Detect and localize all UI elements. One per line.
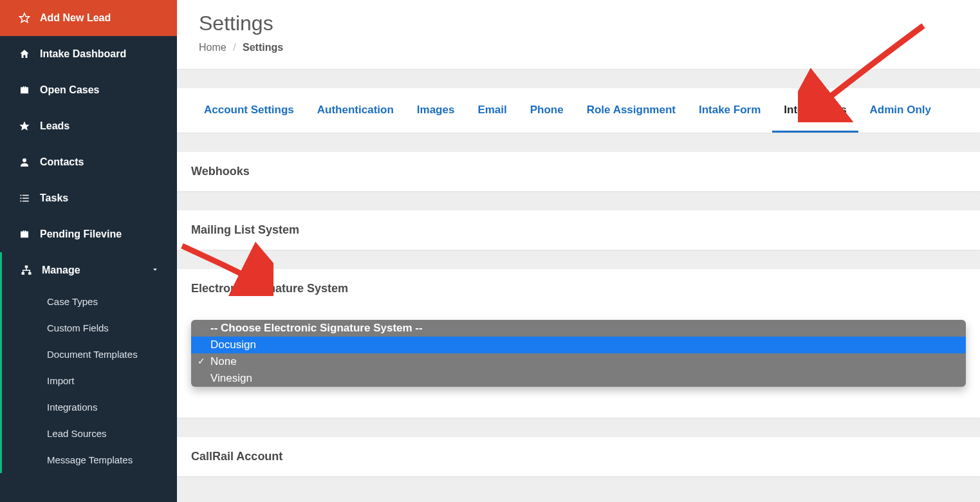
- sidebar-item-label: Contacts: [40, 156, 84, 168]
- sidebar-item-intake-dashboard[interactable]: Intake Dashboard: [0, 36, 177, 72]
- sidebar-sub-import[interactable]: Import: [20, 367, 177, 394]
- esig-title: Electronic Signature System: [191, 282, 966, 295]
- sidebar-item-label: Intake Dashboard: [40, 48, 126, 60]
- sidebar: Add New Lead Intake Dashboard Open Cases…: [0, 0, 177, 502]
- sidebar-sub-case-types[interactable]: Case Types: [20, 288, 177, 315]
- sidebar-item-label: Manage: [42, 265, 80, 276]
- home-icon: [18, 48, 31, 60]
- tab-account-settings[interactable]: Account Settings: [192, 88, 306, 133]
- main-content: Settings Home / Settings Account Setting…: [177, 0, 980, 502]
- sidebar-sub-custom-fields[interactable]: Custom Fields: [20, 315, 177, 341]
- settings-tabs: Account Settings Authentication Images E…: [177, 88, 980, 133]
- svg-rect-10: [22, 272, 25, 275]
- briefcase-icon: [18, 228, 31, 241]
- briefcase-icon: [18, 84, 31, 97]
- esig-option-none[interactable]: ✓ None: [191, 353, 966, 370]
- breadcrumb-current: Settings: [243, 42, 283, 53]
- tab-intake-form[interactable]: Intake Form: [687, 88, 772, 133]
- sidebar-item-pending-filevine[interactable]: Pending Filevine: [0, 216, 177, 252]
- svg-rect-11: [28, 272, 32, 275]
- sidebar-item-open-cases[interactable]: Open Cases: [0, 72, 177, 108]
- tab-admin-only[interactable]: Admin Only: [858, 88, 943, 133]
- sidebar-manage-submenu: Case Types Custom Fields Document Templa…: [0, 288, 177, 473]
- sidebar-sub-message-templates[interactable]: Message Templates: [20, 447, 177, 473]
- sidebar-item-label: Pending Filevine: [40, 228, 122, 240]
- sidebar-sub-integrations[interactable]: Integrations: [20, 394, 177, 420]
- user-icon: [18, 156, 31, 169]
- sidebar-primary-label: Add New Lead: [40, 12, 111, 24]
- svg-rect-7: [20, 201, 21, 202]
- mailing-panel[interactable]: Mailing List System: [177, 210, 980, 250]
- list-icon: [18, 192, 31, 205]
- breadcrumb: Home / Settings: [199, 42, 958, 53]
- add-new-lead-button[interactable]: Add New Lead: [0, 0, 177, 36]
- sitemap-icon: [20, 264, 33, 277]
- sidebar-item-tasks[interactable]: Tasks: [0, 180, 177, 216]
- page-title: Settings: [199, 12, 958, 35]
- svg-rect-8: [23, 201, 29, 202]
- sidebar-sub-document-templates[interactable]: Document Templates: [20, 341, 177, 367]
- esig-dropdown[interactable]: -- Choose Electronic Signature System --…: [191, 320, 966, 387]
- sidebar-item-manage[interactable]: Manage: [0, 252, 177, 288]
- tab-images[interactable]: Images: [405, 88, 467, 133]
- svg-point-2: [23, 158, 26, 162]
- tab-phone[interactable]: Phone: [519, 88, 575, 133]
- sidebar-item-label: Tasks: [40, 192, 68, 204]
- sidebar-item-label: Open Cases: [40, 84, 99, 96]
- esig-option-vinesign[interactable]: Vinesign: [191, 370, 966, 387]
- sidebar-sub-lead-sources[interactable]: Lead Sources: [20, 420, 177, 447]
- sidebar-item-label: Leads: [40, 120, 69, 132]
- tab-integrations[interactable]: Integrations: [772, 88, 858, 133]
- svg-rect-5: [20, 198, 21, 199]
- svg-rect-6: [23, 198, 29, 199]
- webhooks-panel[interactable]: Webhooks: [177, 152, 980, 191]
- sidebar-item-contacts[interactable]: Contacts: [0, 144, 177, 180]
- tab-email[interactable]: Email: [466, 88, 518, 133]
- mailing-title: Mailing List System: [191, 223, 966, 237]
- svg-rect-3: [20, 195, 21, 196]
- svg-marker-0: [20, 14, 30, 23]
- esig-dropdown-placeholder[interactable]: -- Choose Electronic Signature System --: [191, 320, 966, 337]
- callrail-panel[interactable]: CallRail Account: [177, 437, 980, 476]
- breadcrumb-home[interactable]: Home: [199, 42, 227, 53]
- callrail-title: CallRail Account: [191, 450, 966, 463]
- svg-rect-9: [25, 266, 28, 268]
- esig-panel: Electronic Signature System -- Choose El…: [177, 269, 980, 418]
- star-outline-icon: [18, 12, 31, 24]
- sidebar-item-leads[interactable]: Leads: [0, 108, 177, 144]
- breadcrumb-sep: /: [233, 42, 236, 53]
- star-icon: [18, 120, 31, 133]
- tab-authentication[interactable]: Authentication: [306, 88, 405, 133]
- esig-option-docusign[interactable]: Docusign: [191, 337, 966, 353]
- esig-option-none-label: None: [210, 355, 237, 367]
- webhooks-title: Webhooks: [191, 165, 966, 178]
- check-icon: ✓: [198, 356, 205, 366]
- tab-role-assignment[interactable]: Role Assignment: [575, 88, 687, 133]
- chevron-down-icon: [151, 265, 159, 276]
- svg-rect-4: [23, 195, 29, 196]
- svg-marker-1: [20, 122, 30, 131]
- page-header: Settings Home / Settings: [177, 0, 980, 69]
